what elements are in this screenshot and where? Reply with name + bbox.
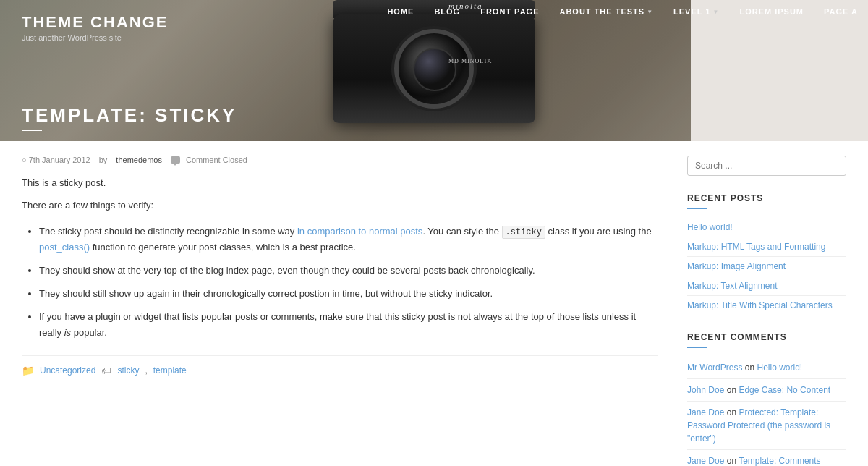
search-input[interactable] (687, 156, 846, 176)
page-title: TEMPLATE: STICKY (22, 104, 237, 127)
recent-comments-list: Mr WordPress on Hello world! John Doe on… (687, 357, 846, 466)
nav-link-frontpage[interactable]: FRONT PAGE (470, 0, 549, 23)
post-intro: This is a sticky post. (22, 176, 658, 191)
post-comment-status: Comment Closed (171, 156, 247, 164)
bullet-item-2: They should show at the very top of the … (39, 263, 658, 279)
camera-label-text: MD MINOLTA (448, 58, 492, 64)
content-wrapper: 7th January 2012 by themedemos Comment C… (0, 141, 868, 466)
nav-link-lorem[interactable]: LOREM IPSUM (729, 0, 814, 23)
nav-item-about[interactable]: ABOUT THE TESTS ▼ Page B Sales (549, 0, 663, 23)
bullet-item-1: The sticky post should be distinctly rec… (39, 224, 658, 255)
nav-label-level1: LEVEL 1 (673, 7, 710, 16)
comment-post-link-4[interactable]: Template: Comments (739, 456, 820, 466)
comment-post-link-2[interactable]: Edge Case: No Content (739, 385, 830, 395)
nav-label-about: ABOUT THE TESTS (559, 7, 644, 16)
nav-link-blog[interactable]: BLOG (424, 0, 470, 23)
nav-item-home[interactable]: HOME (377, 0, 424, 23)
bullet-item-3: They should still show up again in their… (39, 286, 658, 302)
chevron-down-icon-2: ▼ (713, 9, 720, 15)
list-item: Markup: HTML Tags and Formatting (687, 237, 846, 257)
list-item: Jane Doe on Template: Comments (687, 450, 846, 466)
tag-icon: 🏷 (101, 365, 111, 376)
post-author: themedemos (116, 156, 162, 164)
comment-text-4: Jane Doe on Template: Comments (687, 454, 846, 466)
nav-item-level1[interactable]: LEVEL 1 ▼ Level 2 (663, 0, 729, 23)
folder-icon: 📁 (22, 365, 34, 376)
site-header: MD MINOLTA minolta THEME CHANGE Just ano… (0, 0, 868, 141)
nav-list: HOME BLOG FRONT PAGE ABOUT THE TESTS ▼ P… (377, 0, 868, 23)
page-title-underline (22, 130, 42, 131)
recent-comments-accent (687, 347, 707, 348)
post-author-prefix: by (99, 156, 108, 164)
recent-comments-heading: RECENT COMMENTS (687, 332, 846, 342)
nav-link-home[interactable]: HOME (377, 0, 424, 23)
comment-text-3: Jane Doe on Protected: Template: Passwor… (687, 406, 846, 445)
bullet-item-4: If you have a plugin or widget that list… (39, 309, 658, 341)
recent-post-link-1[interactable]: Hello world! (687, 222, 733, 232)
main-content: 7th January 2012 by themedemos Comment C… (22, 156, 658, 466)
comment-text-2: John Doe on Edge Case: No Content (687, 384, 846, 397)
recent-post-link-2[interactable]: Markup: HTML Tags and Formatting (687, 242, 825, 252)
site-tagline: Just another WordPress site (22, 33, 168, 42)
nav-item-pagea[interactable]: PAGE A (814, 0, 868, 23)
list-item: Markup: Text Alignment (687, 276, 846, 296)
main-navigation: HOME BLOG FRONT PAGE ABOUT THE TESTS ▼ P… (0, 0, 868, 23)
list-item: Markup: Image Alignment (687, 257, 846, 276)
post-date: 7th January 2012 (22, 156, 90, 164)
recent-post-link-3[interactable]: Markup: Image Alignment (687, 261, 786, 271)
comment-icon (171, 156, 180, 164)
list-item: John Doe on Edge Case: No Content (687, 379, 846, 402)
nav-link-about[interactable]: ABOUT THE TESTS ▼ (549, 0, 663, 23)
comment-author-link-3[interactable]: Jane Doe (687, 407, 724, 418)
nav-link-level1[interactable]: LEVEL 1 ▼ (663, 0, 729, 23)
category-link[interactable]: Uncategorized (40, 365, 95, 376)
recent-post-link-4[interactable]: Markup: Text Alignment (687, 281, 778, 291)
list-item: Jane Doe on Protected: Template: Passwor… (687, 402, 846, 450)
code-sticky: .sticky (502, 226, 545, 239)
comment-author-link-2[interactable]: John Doe (687, 385, 724, 395)
recent-posts-list: Hello world! Markup: HTML Tags and Forma… (687, 218, 846, 315)
recent-post-link-5[interactable]: Markup: Title With Special Characters (687, 300, 833, 310)
comment-post-link-1[interactable]: Hello world! (757, 363, 802, 373)
nav-link-pagea[interactable]: PAGE A (814, 0, 868, 23)
post-subtitle: There are a few things to verify: (22, 198, 658, 213)
comment-status-text: Comment Closed (186, 156, 247, 164)
page-title-bar: TEMPLATE: STICKY (0, 97, 258, 141)
post-footer: 📁 Uncategorized 🏷 sticky, template (22, 355, 658, 376)
list-item: Hello world! (687, 218, 846, 237)
recent-posts-heading: RECENT POSTS (687, 193, 846, 203)
recent-posts-accent (687, 208, 707, 209)
nav-item-blog[interactable]: BLOG (424, 0, 470, 23)
tag-link-template[interactable]: template (153, 365, 187, 376)
comment-author-link-1[interactable]: Mr WordPress (687, 363, 742, 373)
tag-link-sticky[interactable]: sticky (117, 365, 139, 376)
list-item: Mr WordPress on Hello world! (687, 357, 846, 379)
comment-text-1: Mr WordPress on Hello world! (687, 361, 846, 374)
post-bullet-list: The sticky post should be distinctly rec… (22, 224, 658, 342)
nav-item-frontpage[interactable]: FRONT PAGE (470, 0, 549, 23)
comment-author-link-4[interactable]: Jane Doe (687, 456, 724, 466)
link-post-class[interactable]: post_class() (39, 242, 90, 253)
nav-item-lorem[interactable]: LOREM IPSUM (729, 0, 814, 23)
list-item: Markup: Title With Special Characters (687, 296, 846, 315)
post-meta: 7th January 2012 by themedemos Comment C… (22, 156, 658, 164)
sidebar: RECENT POSTS Hello world! Markup: HTML T… (687, 156, 846, 466)
chevron-down-icon: ▼ (647, 9, 653, 15)
